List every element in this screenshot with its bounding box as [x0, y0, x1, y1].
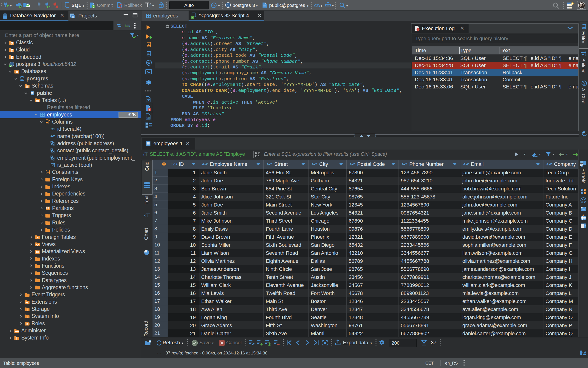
- svg-text:-: -: [581, 189, 582, 191]
- svg-text:+: +: [584, 189, 585, 191]
- svg-text:123: 123: [50, 128, 55, 131]
- svg-text:x: x: [581, 192, 582, 194]
- svg-text:=: =: [584, 192, 585, 194]
- svg-text:{x}: {x}: [147, 116, 150, 119]
- svg-text:A-Z: A-Z: [50, 135, 55, 138]
